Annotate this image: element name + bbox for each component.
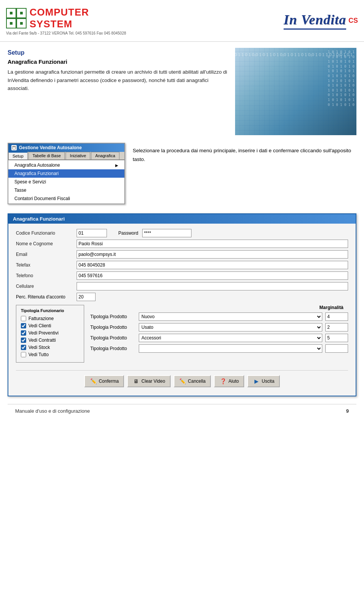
cellulare-label: Cellulare (16, 284, 73, 289)
tipologia-prodotto-section: Marginalità Tipologia Prodotto Nuovo Usa… (90, 305, 348, 363)
svg-rect-5 (10, 12, 13, 14)
cb-vedi-clienti: Vedi Clienti (21, 323, 79, 328)
menu-item-tasse[interactable]: Tasse (8, 186, 124, 194)
middle-section: Gestione Vendite Autosalone Setup Tabell… (8, 143, 356, 204)
aiuto-button[interactable]: ❓ Aiuto (214, 375, 244, 387)
tp-select-usato[interactable]: Usato Nuovo Accessori (139, 323, 322, 331)
tp-marg-empty[interactable] (325, 344, 348, 353)
aiuto-label: Aiuto (229, 379, 239, 384)
tp-select-accessori[interactable]: Accessori Nuovo Usato (139, 334, 322, 342)
uscita-icon: ▶ (253, 377, 260, 385)
tp-header: Marginalità (90, 305, 348, 310)
tp-marg-accessori[interactable] (325, 334, 348, 342)
footer-text: Manuale d'uso e di configurazione (15, 408, 90, 414)
cb-vedi-stock-input[interactable] (21, 345, 26, 350)
main-content: Setup Anagrafica Funzionari La gestione … (0, 42, 364, 424)
uscita-button[interactable]: ▶ Uscita (247, 375, 279, 387)
intro-text: Setup Anagrafica Funzionari La gestione … (8, 48, 228, 135)
menu-item-autosalone[interactable]: Anagrafica Autosalone ▶ (8, 161, 124, 169)
cb-vedi-preventivi-input[interactable] (21, 330, 26, 336)
cb-vedi-stock-label: Vedi Stock (28, 345, 50, 350)
conferma-label: Conferma (99, 379, 119, 384)
menu-item-spese[interactable]: Spese e Servizi (8, 178, 124, 186)
aiuto-icon: ❓ (220, 377, 227, 385)
window-icon (11, 145, 17, 150)
cancella-button[interactable]: ✏️ Cancella (174, 375, 211, 387)
cb-vedi-preventivi-label: Vedi Preventivi (28, 330, 58, 336)
cb-vedi-tutto-input[interactable] (21, 352, 26, 357)
perc-label: Perc. Ritenuta d'acconto (16, 294, 73, 300)
logo-line2: SYSTEM (30, 18, 89, 30)
form-body: Codice Funzionario Password Nome e Cogno… (8, 224, 356, 396)
menu-window: Gestione Vendite Autosalone Setup Tabell… (8, 143, 125, 204)
header: COMPUTER SYSTEM Via del Fante 9a/b - 371… (0, 0, 364, 42)
tp-marg-nuovo[interactable] (325, 312, 348, 321)
codice-label: Codice Funzionario (16, 230, 73, 236)
logo-area: COMPUTER SYSTEM Via del Fante 9a/b - 371… (6, 6, 126, 35)
cb-vedi-contratti: Vedi Contratti (21, 338, 79, 343)
perc-row: Perc. Ritenuta d'acconto (16, 293, 348, 301)
clear-video-icon: 🖥 (132, 377, 140, 385)
tab-tabelle[interactable]: Tabelle di Base (28, 152, 65, 159)
form-title-bar: Anagrafica Funzionari (8, 214, 356, 224)
tab-setup[interactable]: Setup (8, 152, 28, 159)
conferma-icon: ✏️ (89, 377, 97, 385)
product-name: In Vendita (284, 12, 346, 30)
middle-description: Selezionare la procedura dai menù princi… (133, 143, 356, 164)
perc-input[interactable] (77, 293, 96, 301)
codice-input[interactable] (77, 229, 107, 237)
cancella-label: Cancella (188, 379, 206, 384)
cb-vedi-contratti-label: Vedi Contratti (28, 338, 56, 343)
cb-vedi-stock: Vedi Stock (21, 345, 79, 350)
tipologia-funzionario-box: Tipologia Funzionario Fatturazione Vedi … (16, 305, 84, 363)
product-cs-badge: CS (348, 17, 358, 25)
tab-anagrafica[interactable]: Anagrafica (91, 152, 119, 159)
conferma-button[interactable]: ✏️ Conferma (84, 375, 124, 387)
tp-label-3: Tipologia Prodotto (90, 335, 136, 341)
tp-row-empty: Tipologia Prodotto Nuovo Usato Accessori (90, 344, 348, 353)
marginalita-header: Marginalità (316, 305, 347, 310)
nome-input[interactable] (77, 240, 348, 248)
menu-item-funzionari[interactable]: Anagrafica Funzionari (8, 169, 124, 178)
cb-vedi-contratti-input[interactable] (21, 338, 26, 343)
menu-window-title: Gestione Vendite Autosalone (19, 145, 82, 150)
svg-rect-7 (10, 22, 13, 25)
telefono-label: Telefono (16, 273, 73, 278)
section-subtitle: Anagrafica Funzionari (8, 58, 228, 65)
tipologia-funzionario-title: Tipologia Funzionario (21, 308, 79, 313)
header-image: 1 0 1 0 1 0 1 0 1 0 1 0 1 0 1 0 1 0 1 0 … (235, 48, 356, 135)
codice-password-row: Codice Funzionario Password (16, 229, 348, 237)
tp-label-4: Tipologia Prodotto (90, 346, 136, 351)
tp-label-1: Tipologia Prodotto (90, 314, 136, 319)
menu-items-list: Anagrafica Autosalone ▶ Anagrafica Funzi… (8, 160, 124, 204)
tp-row-nuovo: Tipologia Prodotto Nuovo Usato Accessori (90, 312, 348, 321)
tab-iniziative[interactable]: Iniziative (66, 152, 90, 159)
telefax-input[interactable] (77, 261, 348, 269)
clear-video-button[interactable]: 🖥 Clear Video (127, 375, 170, 387)
menu-item-contatori[interactable]: Contatori Documenti Fiscali (8, 194, 124, 203)
tp-row-accessori: Tipologia Prodotto Accessori Nuovo Usato (90, 334, 348, 342)
cb-vedi-tutto-label: Vedi Tutto (28, 352, 49, 357)
cancella-icon: ✏️ (179, 377, 187, 385)
cellulare-input[interactable] (77, 282, 348, 290)
form-buttons: ✏️ Conferma 🖥 Clear Video ✏️ Cancella ❓ … (16, 370, 348, 390)
binary-overlay: 1 0 1 0 1 0 1 0 1 0 1 0 1 0 1 0 1 0 1 0 … (328, 50, 355, 107)
footer-page: 9 (346, 408, 349, 414)
svg-rect-8 (20, 22, 23, 25)
uscita-label: Uscita (262, 379, 274, 384)
password-input[interactable] (142, 229, 191, 237)
telefax-row: Telefax (16, 261, 348, 269)
cellulare-row: Cellulare (16, 282, 348, 290)
cb-fatturazione: Fatturazione (21, 316, 79, 321)
password-label: Password (118, 230, 138, 236)
tp-select-empty[interactable]: Nuovo Usato Accessori (139, 344, 322, 353)
cb-fatturazione-input[interactable] (21, 316, 26, 321)
email-input[interactable] (77, 250, 348, 259)
menu-title-bar: Gestione Vendite Autosalone (8, 144, 124, 152)
cb-vedi-clienti-input[interactable] (21, 323, 26, 328)
tp-marg-usato[interactable] (325, 323, 348, 331)
tp-select-nuovo[interactable]: Nuovo Usato Accessori (139, 312, 322, 321)
logo-text: COMPUTER SYSTEM (30, 6, 89, 30)
svg-rect-6 (20, 12, 23, 14)
telefono-input[interactable] (77, 271, 348, 280)
